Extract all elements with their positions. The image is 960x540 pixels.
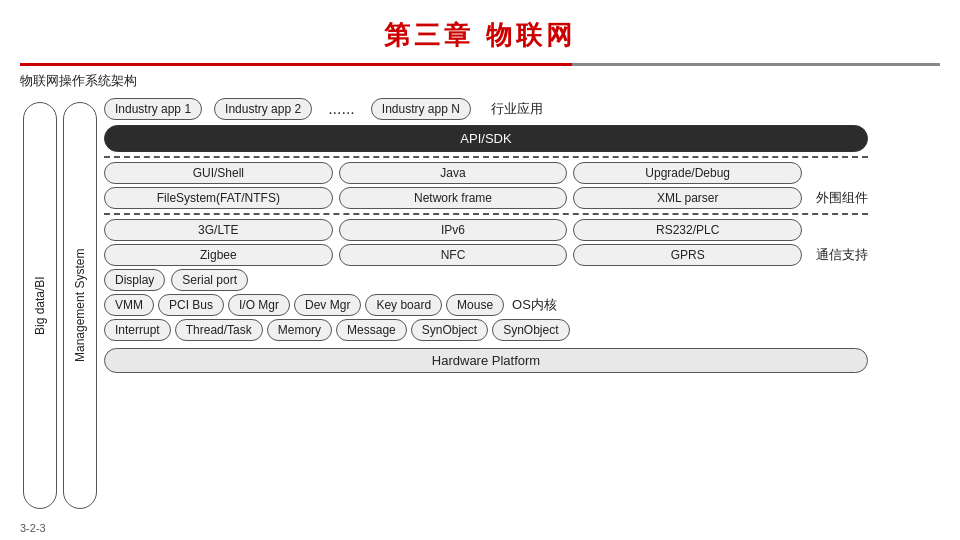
industry-app-2: Industry app 2 [214, 98, 312, 120]
label-comm: 通信支持 [816, 246, 868, 264]
title-area: 第三章 物联网 [20, 0, 940, 59]
display: Display [104, 269, 165, 291]
os-row-2: VMM PCI Bus I/O Mgr Dev Mgr Key board Mo… [104, 294, 868, 316]
os-row-1: Display Serial port OS内核 [104, 269, 868, 291]
io-mgr: I/O Mgr [228, 294, 290, 316]
memory: Memory [267, 319, 332, 341]
label-peripheral: 外围组件 [816, 189, 868, 207]
gui-shell: GUI/Shell [104, 162, 333, 184]
os-row-3: Interrupt Thread/Task Memory Message Syn… [104, 319, 868, 341]
upgrade-debug: Upgrade/Debug [573, 162, 802, 184]
industry-app-1: Industry app 1 [104, 98, 202, 120]
big-data-label: Big data/BI [23, 102, 57, 509]
3g-lte: 3G/LTE [104, 219, 333, 241]
zigbee: Zigbee [104, 244, 333, 266]
thread-task: Thread/Task [175, 319, 263, 341]
label-industry: 行业应用 [491, 100, 543, 118]
footer-label: 3-2-3 [20, 522, 46, 534]
nfc: NFC [339, 244, 568, 266]
network-frame: Network frame [339, 187, 568, 209]
subtitle: 物联网操作系统架构 [20, 72, 940, 90]
serial-port: Serial port [171, 269, 248, 291]
peripheral-row-1: GUI/Shell Java Upgrade/Debug 外围组件 [104, 162, 868, 184]
comm-row-1: 3G/LTE IPv6 RS232/PLC 通信支持 [104, 219, 868, 241]
message: Message [336, 319, 407, 341]
xml-parser: XML parser [573, 187, 802, 209]
hardware-row: Hardware Platform [104, 348, 868, 373]
synobject-1: SynObject [411, 319, 488, 341]
title-divider [20, 63, 940, 66]
gprs: GPRS [573, 244, 802, 266]
management-label: Management System [63, 102, 97, 509]
rs232-plc: RS232/PLC [573, 219, 802, 241]
peripheral-row-2: FileSystem(FAT/NTFS) Network frame XML p… [104, 187, 868, 209]
synobject-2: SynObject [492, 319, 569, 341]
pci-bus: PCI Bus [158, 294, 224, 316]
keyboard: Key board [365, 294, 442, 316]
dashed-line-2 [104, 213, 868, 215]
label-os: OS内核 [512, 296, 557, 314]
api-sdk-row: API/SDK [104, 125, 868, 152]
dev-mgr: Dev Mgr [294, 294, 361, 316]
vmm: VMM [104, 294, 154, 316]
mouse: Mouse [446, 294, 504, 316]
left-labels: Big data/BI Management System [20, 98, 100, 513]
page: 第三章 物联网 物联网操作系统架构 Big data/BI Management… [0, 0, 960, 540]
ipv6: IPv6 [339, 219, 568, 241]
interrupt: Interrupt [104, 319, 171, 341]
java: Java [339, 162, 568, 184]
industry-app-n: Industry app N [371, 98, 471, 120]
page-title: 第三章 物联网 [20, 18, 940, 53]
comm-row-2: Zigbee NFC GPRS 通信支持 [104, 244, 868, 266]
industry-row: Industry app 1 Industry app 2 ...... Ind… [104, 98, 868, 120]
dots: ...... [328, 100, 355, 118]
dashed-line-1 [104, 156, 868, 158]
api-sdk-label: API/SDK [104, 125, 868, 152]
hardware-platform: Hardware Platform [104, 348, 868, 373]
filesystem: FileSystem(FAT/NTFS) [104, 187, 333, 209]
